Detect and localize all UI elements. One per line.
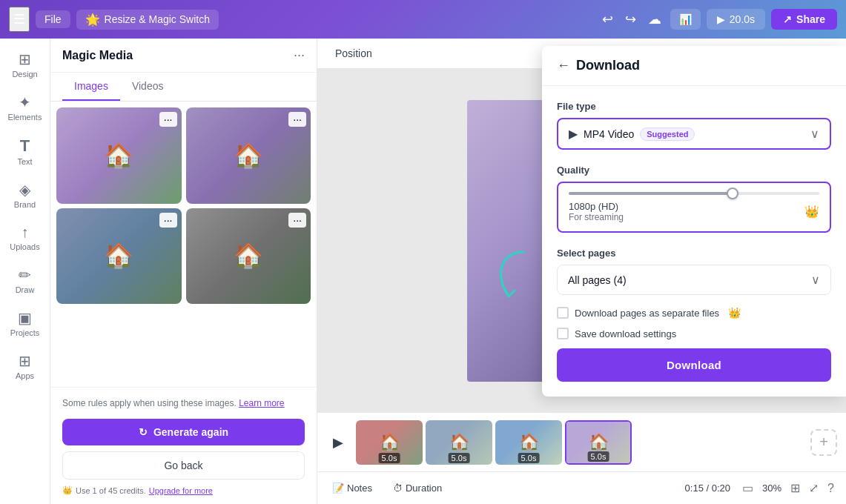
quality-crown-icon: 👑 — [804, 205, 819, 219]
image-menu-button-3[interactable]: ··· — [159, 213, 177, 228]
design-icon: ⊞ — [19, 50, 31, 68]
generate-again-button[interactable]: ↻ Generate again — [62, 419, 305, 445]
image-card[interactable]: 🏠 ··· — [56, 107, 182, 204]
share-button[interactable]: ↗ Share — [771, 9, 837, 30]
quality-slider[interactable] — [569, 192, 819, 195]
file-type-value: MP4 Video — [584, 128, 634, 140]
duration-icon: ⏱ — [393, 483, 403, 494]
select-pages-label: Select pages — [557, 248, 831, 259]
download-back-button[interactable]: ← — [557, 58, 570, 73]
quality-slider-container: 1080p (HD) For streaming 👑 — [557, 182, 831, 233]
share-icon: ↗ — [783, 13, 792, 25]
magic-switch-button[interactable]: 🌟 Resize & Magic Switch — [76, 10, 219, 30]
projects-icon: ▣ — [18, 309, 32, 327]
pages-chevron-icon: ∨ — [811, 273, 820, 287]
redo-button[interactable]: ↪ — [622, 8, 639, 30]
timeline-thumb-2[interactable]: 🏠 5.0s — [426, 420, 492, 465]
view-controls: ▭ 30% ⊞ ⤢ ? — [739, 478, 837, 498]
chevron-down-icon: ∨ — [810, 127, 819, 141]
sidebar-item-apps[interactable]: ⊞ Apps — [4, 346, 47, 386]
separate-files-checkbox[interactable] — [557, 307, 569, 319]
panel-content: 🏠 ··· 🏠 ··· 🏠 ··· 🏠 ··· — [50, 102, 317, 387]
download-action-button[interactable]: Download — [557, 348, 831, 382]
learn-more-link[interactable]: Learn more — [239, 398, 284, 408]
panel-footer: Some rules apply when using these images… — [50, 387, 317, 504]
download-content: File type ▶ MP4 Video Suggested ∨ Qualit… — [542, 86, 846, 397]
download-title: Download — [576, 58, 640, 73]
sidebar-item-design[interactable]: ⊞ Design — [4, 44, 47, 84]
image-card[interactable]: 🏠 ··· — [186, 107, 311, 204]
play-timeline-button[interactable]: ▶ — [326, 431, 350, 454]
play-preview-button[interactable]: ▶ 20.0s — [707, 9, 765, 30]
upgrade-link[interactable]: Upgrade for more — [149, 486, 213, 495]
cloud-save-button[interactable]: ☁ — [645, 8, 664, 30]
position-button[interactable]: Position — [329, 44, 378, 62]
timeline-thumb-3[interactable]: 🏠 5.0s — [495, 420, 562, 465]
add-page-button[interactable]: + — [810, 429, 837, 456]
teal-arrow-indicator — [486, 245, 538, 314]
thumb-duration-4: 5.0s — [588, 451, 609, 462]
analytics-button[interactable]: 📊 — [670, 9, 701, 30]
help-button[interactable]: ? — [824, 479, 837, 498]
quality-value: 1080p (HD) — [569, 201, 624, 212]
image-menu-button-4[interactable]: ··· — [288, 213, 306, 228]
suggested-badge: Suggested — [640, 127, 695, 141]
text-icon: T — [20, 136, 30, 156]
video-icon: ▶ — [569, 127, 578, 141]
header: ☰ File 🌟 Resize & Magic Switch ↩ ↪ ☁ 📊 ▶… — [0, 0, 846, 39]
duration-button[interactable]: ⏱ Duration — [387, 480, 448, 497]
go-back-button[interactable]: Go back — [62, 451, 305, 480]
separate-files-label: Download pages as separate files — [575, 308, 719, 319]
file-type-selector[interactable]: ▶ MP4 Video Suggested ∨ — [557, 118, 831, 150]
header-right: 📊 ▶ 20.0s ↗ Share — [670, 9, 837, 30]
crown-icon: 👑 — [62, 485, 73, 495]
pages-value: All pages (4) — [568, 274, 627, 286]
notes-button[interactable]: 📝 Notes — [326, 480, 378, 497]
sidebar-item-brand[interactable]: ◈ Brand — [4, 175, 47, 215]
quality-label: Quality — [557, 165, 831, 176]
quality-slider-fill — [569, 192, 732, 195]
zoom-display: 30% — [759, 483, 784, 494]
timeline-thumb-4[interactable]: 🏠 5.0s — [565, 420, 632, 465]
save-settings-checkbox[interactable] — [557, 328, 569, 339]
tab-videos[interactable]: Videos — [120, 73, 176, 101]
notes-icon: 📝 — [332, 483, 344, 494]
brand-icon: ◈ — [19, 181, 30, 199]
sidebar-item-projects[interactable]: ▣ Projects — [4, 303, 47, 343]
sidebar-item-elements[interactable]: ✦ Elements — [4, 87, 47, 127]
sidebar-item-uploads[interactable]: ↑ Uploads — [4, 218, 47, 257]
tab-images[interactable]: Images — [62, 73, 120, 101]
file-button[interactable]: File — [36, 10, 70, 28]
separate-files-row[interactable]: Download pages as separate files 👑 — [557, 307, 831, 319]
save-settings-label: Save download settings — [575, 328, 676, 339]
quality-section: Quality 1080p (HD) For streaming 👑 — [557, 165, 831, 233]
image-menu-button-2[interactable]: ··· — [288, 112, 306, 127]
download-header: ← Download — [542, 46, 846, 86]
menu-icon[interactable]: ☰ — [9, 7, 30, 32]
image-menu-button-1[interactable]: ··· — [159, 112, 177, 127]
fullscreen-button[interactable]: ⤢ — [806, 478, 822, 498]
file-type-group: File type ▶ MP4 Video Suggested ∨ — [557, 101, 831, 150]
sidebar-item-draw[interactable]: ✏ Draw — [4, 260, 47, 300]
draw-icon: ✏ — [19, 266, 31, 284]
device-view-button[interactable]: ▭ — [739, 478, 756, 498]
image-card[interactable]: 🏠 ··· — [56, 208, 182, 305]
quality-slider-thumb[interactable] — [727, 188, 738, 199]
grid-view-button[interactable]: ⊞ — [787, 478, 803, 498]
file-type-label: File type — [557, 101, 831, 112]
credits-text: 👑 Use 1 of 45 credits. Upgrade for more — [62, 485, 305, 495]
pages-selector[interactable]: All pages (4) ∨ — [557, 265, 831, 295]
left-panel: Magic Media ··· Images Videos 🏠 ··· 🏠 ··… — [50, 39, 317, 504]
bottom-bar: 📝 Notes ⏱ Duration 0:15 / 0:20 ▭ 30% ⊞ ⤢… — [317, 471, 846, 504]
quality-info: 1080p (HD) For streaming 👑 — [569, 201, 819, 222]
undo-button[interactable]: ↩ — [599, 8, 616, 30]
timeline-thumbs: 🏠 5.0s 🏠 5.0s 🏠 5.0s 🏠 5.0s — [356, 420, 804, 465]
image-card[interactable]: 🏠 ··· — [186, 208, 311, 305]
rules-text: Some rules apply when using these images… — [62, 397, 305, 410]
sidebar-icons: ⊞ Design ✦ Elements T Text ◈ Brand ↑ Upl… — [0, 39, 50, 504]
thumb-duration-3: 5.0s — [518, 453, 540, 463]
timeline-thumb-1[interactable]: 🏠 5.0s — [356, 420, 423, 465]
save-settings-row[interactable]: Save download settings — [557, 328, 831, 339]
panel-menu-button[interactable]: ··· — [294, 47, 305, 63]
sidebar-item-text[interactable]: T Text — [4, 130, 47, 172]
